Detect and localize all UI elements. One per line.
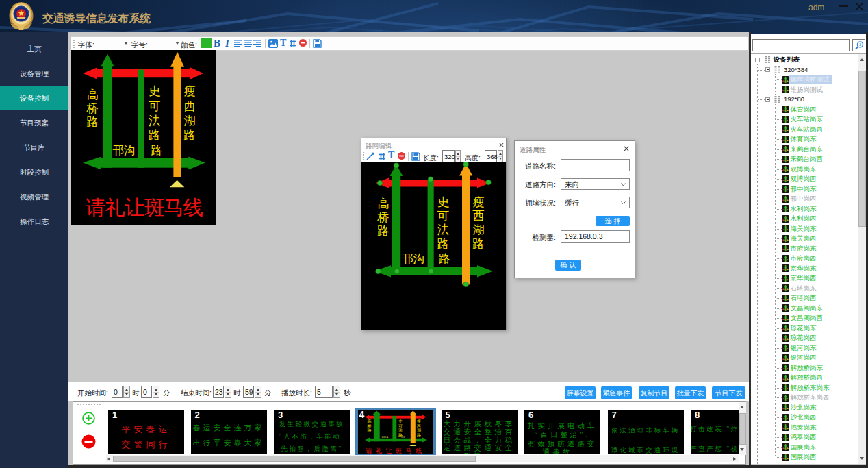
svg-text:史: 史 xyxy=(398,419,403,423)
svg-text:请礼让斑马线: 请礼让斑马线 xyxy=(85,197,203,219)
svg-text:邗沟: 邗沟 xyxy=(112,144,135,157)
svg-text:高: 高 xyxy=(367,419,371,423)
svg-text:可: 可 xyxy=(398,424,403,428)
svg-text:路: 路 xyxy=(367,428,371,433)
svg-text:法: 法 xyxy=(398,428,403,432)
svg-text:湖: 湖 xyxy=(417,428,421,432)
svg-text:法: 法 xyxy=(149,114,161,127)
svg-text:高: 高 xyxy=(86,88,99,101)
svg-text:史: 史 xyxy=(149,84,161,98)
svg-text:湖: 湖 xyxy=(183,114,196,127)
svg-text:桥: 桥 xyxy=(366,424,371,428)
svg-text:路: 路 xyxy=(151,144,163,157)
svg-text:可: 可 xyxy=(149,99,161,113)
svg-text:路: 路 xyxy=(472,237,485,251)
svg-text:路: 路 xyxy=(86,115,99,129)
svg-text:法: 法 xyxy=(437,223,450,236)
svg-text:路: 路 xyxy=(437,237,450,251)
svg-text:路: 路 xyxy=(149,128,161,142)
svg-text:西: 西 xyxy=(472,209,485,223)
svg-text:瘦: 瘦 xyxy=(183,84,196,98)
svg-text:邗沟: 邗沟 xyxy=(402,252,424,265)
svg-text:瘦: 瘦 xyxy=(472,195,485,209)
svg-text:路: 路 xyxy=(439,252,450,265)
svg-text:请礼让斑马线: 请礼让斑马线 xyxy=(366,447,425,454)
svg-text:1024: 1024 xyxy=(381,435,389,439)
svg-text:桥: 桥 xyxy=(376,210,390,224)
svg-text:路: 路 xyxy=(417,433,421,438)
svg-text:路: 路 xyxy=(377,224,390,238)
svg-text:路: 路 xyxy=(183,128,196,142)
svg-text:西: 西 xyxy=(183,99,196,113)
svg-text:30: 30 xyxy=(401,435,405,439)
svg-text:高: 高 xyxy=(377,197,390,210)
svg-text:3: 3 xyxy=(859,42,861,47)
svg-text:可: 可 xyxy=(437,209,450,223)
svg-text:湖: 湖 xyxy=(472,223,485,236)
svg-text:桥: 桥 xyxy=(86,101,99,115)
svg-text:史: 史 xyxy=(437,195,450,209)
